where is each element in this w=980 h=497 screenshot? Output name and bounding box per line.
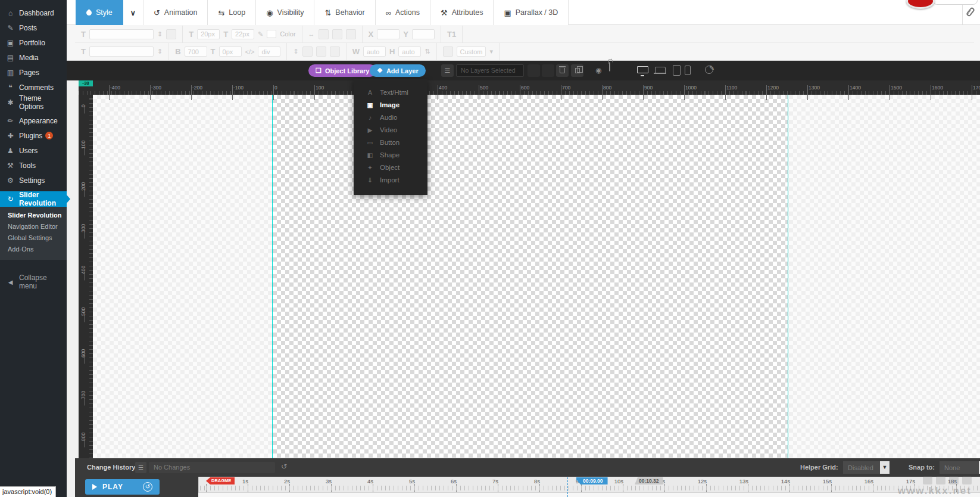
add-layer-menu-item-text-html[interactable]: AText/Html <box>354 86 427 98</box>
timeline-second-label: 18s <box>948 478 959 484</box>
sidebar-item-pages[interactable]: ▥Pages <box>0 65 67 80</box>
vertical-ruler[interactable]: 0100200300400500600700800 <box>79 95 93 458</box>
color-label: Color <box>280 30 295 38</box>
globe-edit-icon[interactable] <box>705 66 713 74</box>
tab-loop[interactable]: ⇆Loop <box>208 0 256 25</box>
v-ruler-label: 0 <box>80 104 86 107</box>
v-ruler-label: 500 <box>80 307 86 316</box>
editor-main: Style∨↺Animation⇆Loop◉Visibility⇅Behavio… <box>67 0 980 497</box>
timeline: PLAY ↺ 1s2s3s4s5s6s7s8s9s10s11s12s13s14s… <box>75 477 980 497</box>
sidebar-item-label: Posts <box>19 24 37 32</box>
book-icon: ❏ <box>316 67 322 74</box>
sidebar-item-portfolio[interactable]: ▣Portfolio <box>0 35 67 50</box>
tab-visibility[interactable]: ◉Visibility <box>256 0 314 25</box>
play-button[interactable]: PLAY ↺ <box>85 479 160 495</box>
align-bottom-button <box>330 46 340 57</box>
timeline-track[interactable] <box>198 492 980 497</box>
duration-time-chip[interactable]: 00:10.32 <box>635 477 663 484</box>
delete-layer-button[interactable] <box>556 64 569 77</box>
helper-grid-value: Disabled <box>843 464 880 471</box>
editor-tabs: Style∨↺Animation⇆Loop◉Visibility⇅Behavio… <box>76 0 569 25</box>
layer-action-button-1[interactable] <box>528 64 540 77</box>
sidebar-item-label: Plugins <box>19 132 42 140</box>
sidebar-item-theme-options[interactable]: ✱Theme Options <box>0 95 67 110</box>
slider-revolution-icon: ↻ <box>5 195 15 203</box>
sidebar-item-collapse-menu[interactable]: ◀ Collapse menu <box>0 275 67 288</box>
sidebar-item-plugins[interactable]: ✚Plugins1 <box>0 128 67 143</box>
add-layer-button[interactable]: ❖ Add Layer <box>370 64 426 77</box>
font-family-icon: T <box>81 30 86 39</box>
slide-canvas-stage[interactable] <box>272 95 788 458</box>
add-layer-menu-item-shape[interactable]: ◧Shape <box>354 148 427 161</box>
text-html-icon: A <box>366 89 374 96</box>
duplicate-layer-button[interactable] <box>571 64 583 77</box>
sidebar-item-users[interactable]: ♟Users <box>0 143 67 158</box>
desktop-preview-button[interactable] <box>637 66 648 73</box>
sidebar-item-tools[interactable]: ⚒Tools <box>0 158 67 173</box>
sidebar-item-dashboard[interactable]: ⌂Dashboard <box>0 5 67 20</box>
tab-attributes[interactable]: ⚒Attributes <box>430 0 494 25</box>
submenu-item-navigation-editor[interactable]: Navigation Editor <box>0 221 67 232</box>
add-layer-menu-item-object[interactable]: ✦Object <box>354 161 427 173</box>
image-icon: ▣ <box>366 101 374 108</box>
dragme-marker[interactable]: DRAGME <box>206 477 235 484</box>
text-transform-group: T1 <box>441 26 463 43</box>
tab-actions[interactable]: ∞Actions <box>376 0 430 25</box>
style-tab-menu-toggle[interactable]: ∨ <box>123 0 143 25</box>
chevron-down-icon: ▼ <box>880 461 890 474</box>
eye-icon[interactable]: ◉ <box>595 66 601 74</box>
sidebar-item-label: Tools <box>19 161 36 170</box>
collapse-arrow-icon: ◀ <box>5 279 15 285</box>
tab-style[interactable]: Style <box>76 0 123 25</box>
horizontal-ruler[interactable]: -400-300-200-100010020030040050060070080… <box>79 80 980 95</box>
sidebar-item-posts[interactable]: ✎Posts <box>0 20 67 35</box>
h-ruler-label: 800 <box>603 85 611 91</box>
timeline-second-label: 5s <box>409 478 417 484</box>
layer-list-toggle-button[interactable]: ☰ <box>441 64 454 77</box>
v-ruler-label: 200 <box>80 182 86 191</box>
submenu-item-add-ons[interactable]: Add-Ons <box>0 244 67 255</box>
style-icon <box>85 9 93 17</box>
stepper-icon: ⇕ <box>157 48 163 55</box>
add-layer-menu-item-button[interactable]: ▭Button <box>354 136 427 148</box>
add-layer-menu-item-image[interactable]: ▣Image <box>354 98 427 111</box>
change-history-label: Change History: <box>87 464 138 471</box>
tablet-preview-button[interactable] <box>673 65 681 76</box>
paperclip-icon[interactable] <box>966 7 975 17</box>
helper-grid-select[interactable]: Disabled ▼ <box>843 461 890 474</box>
layer-select-field[interactable]: No Layers Selected <box>456 64 524 77</box>
position-group: X Y <box>363 26 441 43</box>
unlock-icon[interactable] <box>609 63 610 71</box>
snap-to-select[interactable]: None ▼ <box>940 461 980 474</box>
align-center-button <box>332 29 342 39</box>
sidebar-item-slider-revolution[interactable]: ↻ Slider Revolution <box>0 191 67 207</box>
add-layer-menu-item-audio[interactable]: ♪Audio <box>354 111 427 123</box>
layer-action-button-2[interactable] <box>542 64 554 77</box>
helper-grid-label: Helper Grid: <box>800 464 838 471</box>
tab-label: Visibility <box>277 8 304 17</box>
tab-parallax-3d[interactable]: ▣Parallax / 3D <box>494 0 569 25</box>
h-ruler-label: -200 <box>192 85 202 91</box>
history-list-button[interactable]: ☰ <box>135 462 146 473</box>
color-swatch <box>267 30 276 38</box>
slide-canvas[interactable] <box>93 95 980 458</box>
h-ruler-label: 1100 <box>726 85 737 91</box>
playhead-time-chip[interactable]: 00:09.00 <box>576 477 608 484</box>
add-layer-menu-item-import[interactable]: ⇓Import <box>354 173 427 186</box>
laptop-preview-button[interactable] <box>655 67 666 73</box>
object-library-button[interactable]: ❏ Object Library <box>308 64 376 77</box>
mobile-preview-button[interactable] <box>685 66 691 75</box>
add-layer-menu-item-video[interactable]: ▶Video <box>354 123 427 136</box>
sidebar-item-appearance[interactable]: ✏Appearance <box>0 113 67 128</box>
tab-behavior[interactable]: ⇅Behavior <box>314 0 375 25</box>
history-refresh-icon[interactable]: ↺ <box>281 462 287 471</box>
h-ruler-label: 1000 <box>685 85 697 91</box>
tab-animation[interactable]: ↺Animation <box>143 0 208 25</box>
submenu-item-global-settings[interactable]: Global Settings <box>0 232 67 244</box>
timeline-ruler[interactable]: 1s2s3s4s5s6s7s8s9s10s11s12s13s14s15s16s1… <box>198 477 980 492</box>
playhead-line[interactable] <box>567 477 568 497</box>
sidebar-item-media[interactable]: ▤Media <box>0 50 67 65</box>
sidebar-item-comments[interactable]: ❝Comments <box>0 80 67 95</box>
submenu-item-slider-revolution[interactable]: Slider Revolution <box>0 210 67 221</box>
sidebar-item-settings[interactable]: ⚙Settings <box>0 173 67 188</box>
